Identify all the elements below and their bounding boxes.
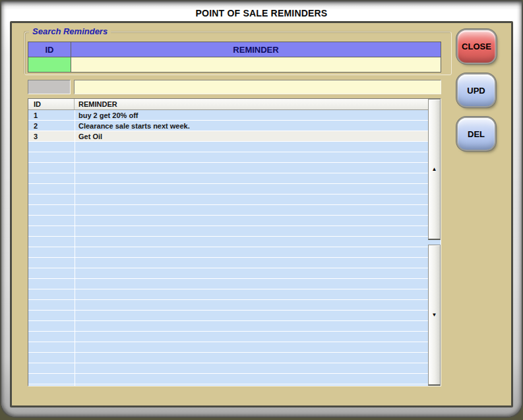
row-reminder-cell: Clearance sale starts next week. [75, 122, 441, 130]
grid-header-reminder: REMINDER [75, 99, 441, 109]
grid-body: 1 buy 2 get 20% off 2 Clearance sale sta… [28, 110, 441, 386]
row-reminder-cell: Get Oil [75, 133, 441, 140]
search-header-reminder: REMINDER [71, 42, 441, 57]
close-button[interactable]: CLOSE [458, 30, 495, 63]
delete-button[interactable]: DEL [458, 118, 495, 150]
search-reminder-input[interactable] [71, 57, 441, 72]
update-button[interactable]: UPD [458, 75, 495, 106]
row-id-cell: 3 [28, 133, 75, 140]
scroll-up-button[interactable]: ▲ [428, 99, 441, 240]
reminders-grid: ID REMINDER 1 buy 2 get 20% off 2 Cleara… [28, 98, 441, 386]
grid-header-row: ID REMINDER [28, 99, 441, 110]
search-header-id: ID [28, 42, 71, 57]
row-id-cell: 1 [28, 111, 75, 119]
filter-reminder-input[interactable] [74, 80, 441, 94]
scroll-down-icon: ▼ [432, 313, 437, 318]
column-separator [75, 110, 75, 386]
table-row[interactable]: 3 Get Oil [28, 131, 441, 142]
app-window: POINT OF SALE REMINDERS Search Reminders… [0, 0, 523, 418]
scroll-down-button[interactable]: ▼ [428, 245, 441, 386]
search-id-input[interactable] [28, 57, 71, 72]
table-row[interactable]: 1 buy 2 get 20% off [28, 110, 441, 121]
row-reminder-cell: buy 2 get 20% off [75, 111, 441, 119]
aux-id-box[interactable] [28, 80, 71, 94]
content-panel: Search Reminders ID REMINDER ID REMINDER… [10, 21, 513, 407]
scroll-up-icon: ▲ [432, 167, 437, 172]
grid-header-id: ID [28, 99, 75, 109]
row-id-cell: 2 [28, 122, 75, 130]
search-table: ID REMINDER [28, 42, 441, 73]
window-title: POINT OF SALE REMINDERS [1, 8, 522, 18]
search-reminders-label: Search Reminders [29, 26, 111, 36]
table-row[interactable]: 2 Clearance sale starts next week. [28, 121, 441, 131]
